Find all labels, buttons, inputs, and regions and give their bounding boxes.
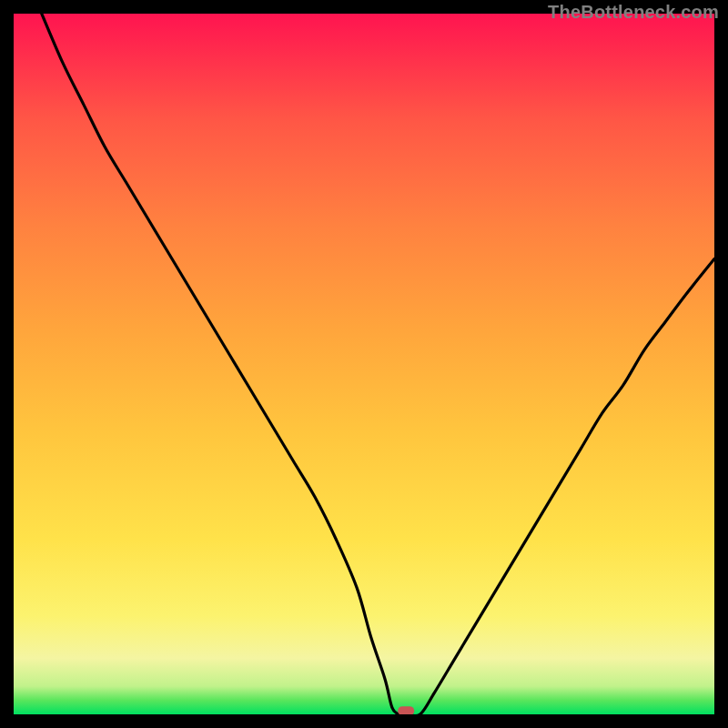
chart-container: { "attribution": "TheBottleneck.com", "c…: [0, 0, 728, 728]
attribution-label: TheBottleneck.com: [548, 2, 719, 23]
bottleneck-chart: [14, 14, 714, 714]
optimal-marker: [398, 706, 414, 714]
